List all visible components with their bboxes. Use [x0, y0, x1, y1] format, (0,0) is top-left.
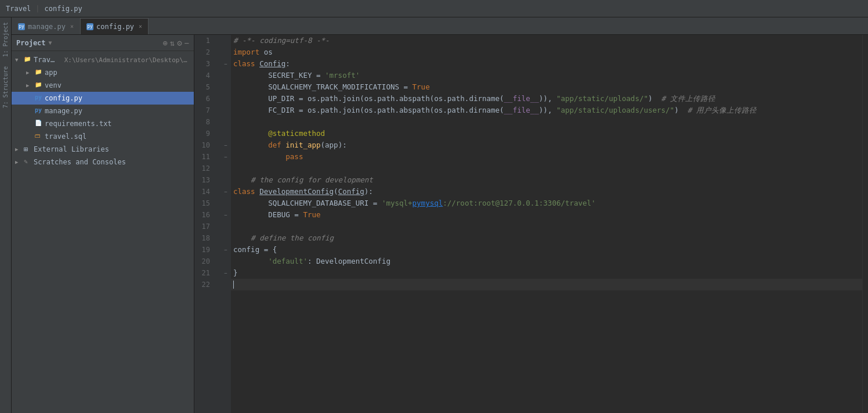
- external-libs-icon: ⊞: [24, 145, 32, 153]
- code-line-1: # -*- coding=utf-8 -*-: [231, 35, 862, 46]
- panel-title: Project: [16, 39, 46, 47]
- project-tool-button[interactable]: 1: Project: [1, 17, 10, 62]
- code-line-14: class DevelopmentConfig(Config):: [231, 186, 862, 197]
- content-area: Project ▼ ⊕ ⇅ ⚙ − ▼ 📁 Travel: [12, 35, 868, 413]
- title-file: config.py: [45, 5, 82, 13]
- tab-area: py manage.py × py config.py × Project ▼: [12, 17, 868, 413]
- tree-label-app: app: [45, 69, 57, 77]
- gutter-cell-11[interactable]: −: [220, 151, 231, 163]
- code-line-20: 'default': DevelopmentConfig: [231, 256, 862, 267]
- panel-dropdown-arrow[interactable]: ▼: [49, 39, 52, 46]
- tab-bar: py manage.py × py config.py ×: [12, 17, 868, 35]
- code-line-5: SQLALCHEMY_TRACK_MODIFICATIONS = True: [231, 81, 862, 93]
- line-number-12: 12: [194, 163, 215, 174]
- panel-actions: ⊕ ⇅ ⚙ −: [162, 38, 189, 48]
- line-number-2: 2: [194, 46, 215, 58]
- gutter-cell-12: [220, 163, 231, 174]
- code-line-15: SQLALCHEMY_DATABASE_URI = 'mysql+pymysql…: [231, 197, 862, 209]
- gutter-cell-3[interactable]: −: [220, 58, 231, 70]
- tree-item-app[interactable]: ▶ 📁 app: [12, 66, 194, 79]
- panel-add-icon[interactable]: ⊕: [162, 38, 167, 48]
- line-number-5: 5: [194, 81, 215, 93]
- line-number-22: 22: [194, 279, 215, 290]
- tree-item-travel[interactable]: ▼ 📁 Travel X:\Users\Administrator\Deskto…: [12, 53, 194, 66]
- tree-expand-manage: [26, 108, 33, 114]
- line-number-15: 15: [194, 197, 215, 209]
- config-py-tree-icon: py: [35, 94, 43, 102]
- tab-manage-py[interactable]: py manage.py ×: [12, 18, 80, 34]
- gutter-cell-22: [220, 279, 231, 290]
- line-number-13: 13: [194, 174, 215, 186]
- gutter-cell-17: [220, 221, 231, 232]
- code-line-18: # define the config: [231, 232, 862, 244]
- config-py-icon: py: [86, 23, 93, 30]
- tree-item-manage-py[interactable]: py manage.py: [12, 105, 194, 117]
- line-number-9: 9: [194, 128, 215, 139]
- line-numbers: 12345678910111213141516171819202122: [194, 35, 220, 413]
- gutter-cell-16[interactable]: −: [220, 209, 231, 221]
- panel-close-icon[interactable]: −: [185, 38, 189, 48]
- code-line-19: config = {: [231, 244, 862, 256]
- gutter-cell-19[interactable]: −: [220, 244, 231, 256]
- tree-path-travel: X:\Users\Administrator\Desktop\py: [60, 56, 190, 64]
- code-editor[interactable]: # -*- coding=utf-8 -*-import osclass Con…: [231, 35, 862, 413]
- tab-config-py[interactable]: py config.py ×: [80, 18, 149, 34]
- line-number-10: 10: [194, 139, 215, 151]
- editor-scrollbar[interactable]: [862, 35, 868, 413]
- tree-label-manage-py: manage.py: [45, 107, 82, 115]
- code-line-10: def init_app(app):: [231, 139, 862, 151]
- title-bar: Travel | config.py: [0, 0, 868, 17]
- line-number-14: 14: [194, 186, 215, 197]
- travel-sql-icon: 🗃: [35, 132, 43, 141]
- panel-collapse-icon[interactable]: ⇅: [170, 38, 175, 48]
- vertical-tool-strip: 1: Project 7: Structure: [0, 17, 12, 413]
- tree-item-venv[interactable]: ▶ 📁 venv: [12, 79, 194, 92]
- tree-expand-venv: ▶: [26, 82, 33, 88]
- code-line-6: UP_DIR = os.path.join(os.path.abspath(os…: [231, 93, 862, 105]
- code-line-13: # the config for development: [231, 174, 862, 186]
- structure-tool-button[interactable]: 7: Structure: [1, 62, 10, 113]
- editor-area[interactable]: 12345678910111213141516171819202122 −−−−…: [194, 35, 868, 413]
- tree-expand-travel: ▼: [15, 57, 22, 63]
- tree-label-requirements: requirements.txt: [45, 120, 112, 128]
- panel-settings-icon[interactable]: ⚙: [177, 38, 182, 48]
- tree-item-travel-sql[interactable]: 🗃 travel.sql: [12, 130, 194, 143]
- tab-manage-close[interactable]: ×: [70, 23, 74, 30]
- code-line-16: DEBUG = True: [231, 209, 862, 221]
- line-number-1: 1: [194, 35, 215, 46]
- project-panel: Project ▼ ⊕ ⇅ ⚙ − ▼ 📁 Travel: [12, 35, 194, 413]
- code-line-8: [231, 116, 862, 128]
- gutter-cell-5: [220, 81, 231, 93]
- title-project: Travel: [6, 5, 31, 13]
- tree-item-scratches[interactable]: ▶ ✎ Scratches and Consoles: [12, 156, 194, 168]
- gutter-cell-13: [220, 174, 231, 186]
- code-line-21: }: [231, 267, 862, 279]
- tree-expand-external: ▶: [15, 146, 22, 152]
- gutter-cell-21[interactable]: −: [220, 267, 231, 279]
- travel-folder-icon: 📁: [24, 56, 32, 64]
- tree-expand-app: ▶: [26, 70, 33, 76]
- line-number-6: 6: [194, 93, 215, 105]
- gutter-cell-14[interactable]: −: [220, 186, 231, 197]
- scratches-icon: ✎: [24, 158, 32, 166]
- line-number-3: 3: [194, 58, 215, 70]
- tree-label-travel: Travel: [34, 56, 59, 64]
- gutter-cell-4: [220, 70, 231, 81]
- tree-item-requirements[interactable]: 📄 requirements.txt: [12, 117, 194, 130]
- gutter-cell-10[interactable]: −: [220, 139, 231, 151]
- panel-header: Project ▼ ⊕ ⇅ ⚙ −: [12, 35, 194, 51]
- tree-item-config-py[interactable]: py config.py: [12, 92, 194, 105]
- gutter-cell-6: [220, 93, 231, 105]
- tab-config-close[interactable]: ×: [139, 23, 142, 30]
- code-line-12: [231, 163, 862, 174]
- line-number-8: 8: [194, 116, 215, 128]
- gutter-cell-2: [220, 46, 231, 58]
- line-number-4: 4: [194, 70, 215, 81]
- code-container[interactable]: 12345678910111213141516171819202122 −−−−…: [194, 35, 868, 413]
- tree-item-external-libs[interactable]: ▶ ⊞ External Libraries: [12, 143, 194, 156]
- code-gutter: −−−−−−−: [220, 35, 231, 413]
- gutter-cell-8: [220, 116, 231, 128]
- code-line-9: @staticmethod: [231, 128, 862, 139]
- text-cursor: [233, 281, 234, 289]
- tree-expand-req: [26, 121, 33, 127]
